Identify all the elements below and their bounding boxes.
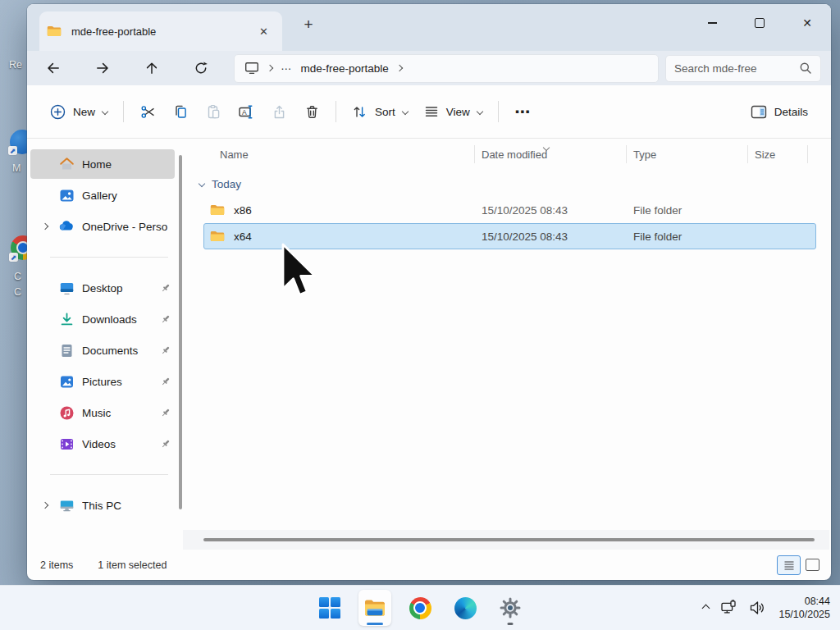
desktop-shortcut-label[interactable]: M — [12, 162, 21, 174]
close-button[interactable]: ✕ — [783, 4, 831, 42]
explorer-tab[interactable]: mde-free-portable ✕ — [39, 11, 282, 51]
breadcrumb-current[interactable]: mde-free-portable — [301, 62, 389, 75]
taskbar-file-explorer[interactable] — [358, 590, 391, 626]
share-button[interactable] — [262, 96, 295, 127]
sidebar-item-label: OneDrive - Perso — [82, 221, 171, 233]
expand-chevron-icon[interactable] — [41, 223, 48, 230]
sidebar-item-music[interactable]: Music — [30, 398, 175, 427]
sidebar-item-label: Downloads — [82, 313, 153, 326]
view-icon — [424, 104, 439, 119]
edge-icon — [454, 597, 477, 619]
search-box[interactable]: Search mde-free — [665, 55, 821, 82]
breadcrumb-overflow[interactable]: … — [281, 60, 293, 72]
details-pane-icon — [751, 105, 767, 119]
sidebar-item-label: Videos — [82, 438, 153, 450]
breadcrumb-chevron-icon[interactable] — [396, 65, 403, 71]
chevron-down-icon — [477, 108, 483, 115]
sort-button[interactable]: Sort — [344, 96, 416, 127]
file-row-x64-selected[interactable]: x64 15/10/2025 08:43 File folder — [203, 223, 816, 249]
paste-button[interactable] — [197, 96, 230, 127]
sidebar-item-gallery[interactable]: Gallery — [30, 180, 175, 210]
chrome-shortcut-label-2[interactable]: C — [14, 286, 21, 298]
sidebar-item-desktop[interactable]: Desktop — [30, 273, 175, 303]
up-button[interactable] — [135, 54, 168, 82]
folder-icon — [47, 25, 62, 37]
column-header-date-modified[interactable]: Date modified — [474, 145, 626, 163]
forward-button[interactable] — [86, 54, 119, 82]
folder-icon — [210, 231, 225, 242]
group-header-today[interactable]: Today — [183, 172, 831, 195]
chrome-shortcut-label-1[interactable]: C — [14, 271, 21, 282]
horizontal-scrollbar-thumb[interactable] — [203, 538, 815, 541]
folder-icon — [210, 204, 225, 216]
start-button[interactable] — [313, 590, 346, 626]
tray-volume-button[interactable] — [743, 592, 772, 623]
sidebar-item-label: Music — [82, 407, 153, 419]
pin-icon — [160, 282, 171, 294]
address-input[interactable]: … mde-free-portable — [234, 54, 659, 83]
sidebar-item-downloads[interactable]: Downloads — [30, 304, 175, 334]
new-tab-button[interactable]: + — [298, 16, 319, 34]
sidebar-item-onedrive[interactable]: OneDrive - Perso — [30, 212, 175, 241]
details-label: Details — [774, 106, 808, 118]
column-header-size[interactable]: Size — [747, 145, 808, 163]
chrome-icon — [409, 597, 431, 619]
column-headers: Name Date modified Type Size — [183, 139, 831, 169]
file-name: x64 — [234, 231, 252, 243]
chevron-down-icon — [402, 108, 409, 115]
view-label: View — [446, 106, 470, 118]
windows-logo-icon — [319, 597, 340, 619]
view-button[interactable]: View — [416, 96, 491, 127]
tab-close-icon[interactable]: ✕ — [255, 24, 272, 39]
close-icon: ✕ — [802, 16, 812, 30]
file-date-modified: 15/10/2025 08:43 — [475, 204, 627, 217]
details-pane-button[interactable]: Details — [742, 96, 816, 127]
sidebar-item-documents[interactable]: Documents — [30, 336, 175, 365]
column-header-name[interactable]: Name — [203, 145, 474, 163]
sidebar-item-pictures[interactable]: Pictures — [30, 367, 175, 396]
horizontal-scrollbar-track[interactable] — [183, 530, 829, 550]
recycle-bin-label[interactable]: Re — [9, 59, 22, 71]
new-button[interactable]: New — [42, 96, 116, 127]
minimize-button[interactable] — [688, 4, 736, 42]
svg-text:A: A — [242, 107, 247, 116]
search-placeholder: Search mde-free — [674, 62, 799, 75]
expand-chevron-icon[interactable] — [41, 502, 48, 509]
gallery-icon — [58, 187, 75, 203]
clock-date: 15/10/2025 — [778, 608, 830, 621]
minimize-icon — [708, 22, 717, 23]
thumbnail-view-toggle[interactable] — [806, 559, 819, 571]
this-pc-icon — [244, 61, 259, 75]
new-label: New — [73, 106, 95, 118]
tray-clock[interactable]: 08:44 15/10/2025 — [778, 595, 835, 621]
command-bar: New A Sor — [27, 85, 831, 139]
rename-button[interactable]: A — [230, 96, 262, 127]
details-view-toggle[interactable] — [777, 555, 801, 575]
delete-button[interactable] — [295, 96, 328, 127]
pin-icon — [160, 438, 171, 450]
sidebar-item-this-pc[interactable]: This PC — [30, 491, 175, 520]
maximize-button[interactable] — [736, 4, 783, 42]
back-button[interactable] — [37, 54, 70, 82]
tray-network-button[interactable] — [714, 592, 743, 623]
sidebar-scrollbar[interactable] — [179, 155, 182, 509]
separator — [123, 101, 124, 122]
copy-button[interactable] — [164, 96, 197, 127]
videos-icon — [58, 436, 75, 452]
shortcut-arrow-icon: ⬈ — [9, 253, 18, 262]
sidebar-item-videos[interactable]: Videos — [30, 429, 175, 459]
more-options-button[interactable]: ⋯ — [506, 96, 539, 127]
sidebar-item-home[interactable]: Home — [30, 149, 175, 179]
cut-button[interactable] — [131, 96, 164, 127]
pictures-icon — [58, 373, 75, 390]
file-row-x86[interactable]: x86 15/10/2025 08:43 File folder — [203, 197, 816, 223]
column-header-type[interactable]: Type — [626, 145, 747, 163]
refresh-button[interactable] — [185, 54, 217, 82]
taskbar-edge[interactable] — [449, 590, 482, 626]
taskbar-chrome[interactable] — [404, 590, 436, 626]
taskbar-settings[interactable] — [494, 590, 527, 626]
tray-show-hidden-icons[interactable] — [697, 592, 714, 623]
copy-icon — [173, 104, 189, 120]
sort-label: Sort — [375, 106, 395, 118]
collapse-chevron-icon[interactable] — [199, 180, 205, 187]
